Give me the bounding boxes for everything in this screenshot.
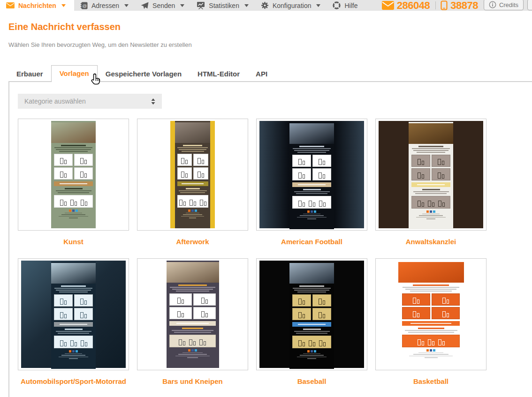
template-hero-image <box>289 123 334 144</box>
tab-gespeicherte-vorlagen[interactable]: Gespeicherte Vorlagen <box>98 66 190 82</box>
envelope-icon <box>382 1 394 10</box>
template-name-label[interactable]: American Football <box>256 231 367 256</box>
nav-item-label: Konfiguration <box>273 2 312 9</box>
template-name-label[interactable]: Automobilsport/Sport-Motorrad <box>18 370 129 396</box>
template-hero-image <box>409 123 453 144</box>
chevron-down-icon <box>124 4 129 7</box>
template-item-anwaltskanzlei: Anwaltskanzlei <box>375 119 486 258</box>
social-icons <box>307 210 316 213</box>
page-title: Eine Nachricht verfassen <box>8 22 121 32</box>
sms-credits-counter: 38878 <box>441 0 478 12</box>
chevron-down-icon <box>244 4 249 7</box>
info-icon <box>489 1 496 8</box>
header-status-area: 28604838878CreditsKa <box>382 0 532 11</box>
social-icons <box>188 349 197 352</box>
app-window: Nachrichten@AdressenSendenStatistikenKon… <box>0 0 532 397</box>
nav-item-adressen[interactable]: @Adressen <box>74 0 135 11</box>
gear-icon <box>261 1 269 9</box>
template-grid: KunstAfterworkAmerican FootballAnwaltska… <box>18 119 486 397</box>
tab-erbauer[interactable]: Erbauer <box>8 66 51 82</box>
phone-icon <box>441 0 448 10</box>
counter-value: 286048 <box>397 0 430 12</box>
nav-item-nachrichten[interactable]: Nachrichten <box>0 0 74 11</box>
template-hero-image <box>51 263 96 284</box>
top-navigation-bar: Nachrichten@AdressenSendenStatistikenKon… <box>0 0 532 11</box>
tab-html-editor[interactable]: HTML-Editor <box>190 66 248 82</box>
select-updown-icon <box>151 98 155 105</box>
nav-item-konfiguration[interactable]: Konfiguration <box>255 0 327 11</box>
template-hero-image <box>51 122 96 143</box>
help-icon <box>333 1 341 9</box>
template-name-label[interactable]: Anwaltskanzlei <box>375 231 486 256</box>
nav-item-label: Nachrichten <box>18 2 56 9</box>
template-item-kunst: Kunst <box>18 119 129 258</box>
credits-button[interactable]: Credits <box>484 0 524 10</box>
template-thumbnail[interactable] <box>256 119 367 231</box>
address-book-icon: @ <box>80 2 88 9</box>
svg-text:@: @ <box>82 3 87 8</box>
template-thumbnail[interactable] <box>375 258 486 370</box>
template-thumbnail[interactable] <box>375 119 486 231</box>
template-name-label[interactable]: Kunst <box>18 231 129 256</box>
template-item-basketball: Basketball <box>375 258 486 397</box>
cursor-icon <box>91 73 101 88</box>
button-label: Credits <box>499 1 518 8</box>
page-subtitle: Wählen Sie Ihren bevorzugten Weg, um den… <box>8 41 192 48</box>
template-hero-image <box>167 262 219 283</box>
category-select[interactable]: Kategorie auswählen <box>18 94 162 109</box>
social-icons <box>426 349 435 352</box>
tab-api[interactable]: API <box>248 66 275 82</box>
divider <box>435 1 436 9</box>
category-select-value: Kategorie auswählen <box>24 97 86 105</box>
template-thumbnail[interactable] <box>18 258 129 370</box>
template-thumbnail[interactable] <box>18 119 129 231</box>
nav-item-statistiken[interactable]: Statistiken <box>190 0 255 11</box>
nav-item-senden[interactable]: Senden <box>135 0 190 11</box>
template-name-label[interactable]: Afterwork <box>137 231 248 256</box>
template-item-baseball: Baseball <box>256 258 367 397</box>
nav-item-hilfe[interactable]: Hilfe <box>327 0 364 11</box>
statistics-icon <box>197 1 205 9</box>
ka-button[interactable]: Ka <box>527 0 532 10</box>
chevron-down-icon <box>316 4 320 7</box>
template-hero-image <box>398 262 464 283</box>
social-icons <box>69 210 78 212</box>
email-credits-counter: 286048 <box>382 0 430 12</box>
counter-value: 38878 <box>450 0 478 12</box>
nav-item-label: Adressen <box>91 2 119 9</box>
chevron-down-icon <box>180 4 184 7</box>
nav-item-label: Hilfe <box>344 2 357 9</box>
social-icons <box>69 350 78 352</box>
send-icon <box>141 2 149 9</box>
tab-bar: ErbauerVorlagenGespeicherte VorlagenHTML… <box>8 65 275 82</box>
template-name-label[interactable]: Baseball <box>256 370 367 396</box>
template-name-label[interactable]: Bars und Kneipen <box>137 370 248 396</box>
template-hero-image <box>175 122 210 143</box>
template-item-bars-und-kneipen: Bars und Kneipen <box>137 258 248 397</box>
chevron-down-icon <box>61 4 66 7</box>
template-item-afterwork: Afterwork <box>137 119 248 258</box>
template-thumbnail[interactable] <box>256 258 367 370</box>
template-hero-image <box>289 263 334 284</box>
social-icons <box>426 210 435 213</box>
social-icons <box>188 210 197 212</box>
nav-item-label: Senden <box>152 2 175 9</box>
template-item-american-football: American Football <box>256 119 367 258</box>
nav-item-label: Statistiken <box>209 2 239 9</box>
template-thumbnail[interactable] <box>137 258 248 370</box>
social-icons <box>307 350 316 352</box>
template-thumbnail[interactable] <box>137 119 248 231</box>
envelope-icon <box>6 2 15 8</box>
template-item-automobilsport-sport-motorrad: Automobilsport/Sport-Motorrad <box>18 258 129 397</box>
main-menu: Nachrichten@AdressenSendenStatistikenKon… <box>0 0 364 11</box>
template-name-label[interactable]: Basketball <box>375 370 486 396</box>
